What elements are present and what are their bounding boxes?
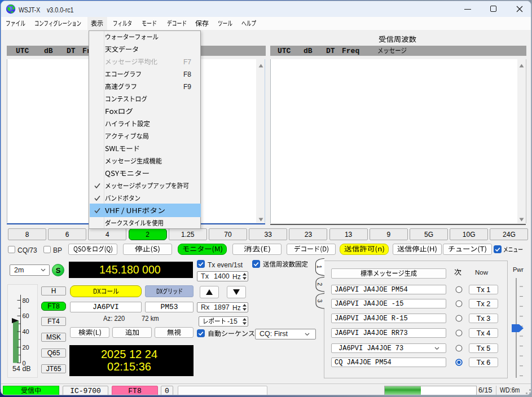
svg-text:3: 3 bbox=[316, 299, 323, 303]
svg-text:60: 60 bbox=[23, 312, 29, 319]
svg-text:1: 1 bbox=[316, 265, 322, 268]
svg-text:20: 20 bbox=[23, 344, 29, 351]
svg-text:40: 40 bbox=[23, 328, 29, 335]
svg-text:80: 80 bbox=[23, 297, 29, 304]
svg-text:2: 2 bbox=[316, 283, 323, 286]
